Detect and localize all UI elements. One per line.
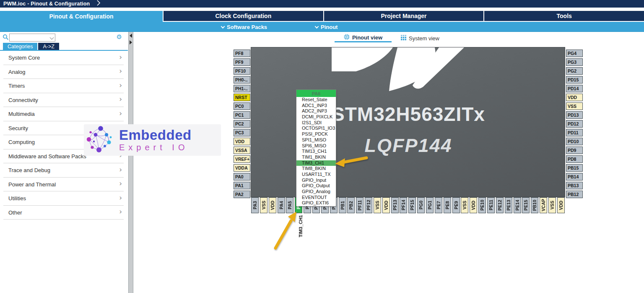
- pin-pb14[interactable]: PB14: [566, 173, 583, 181]
- pin-pg2[interactable]: PG2: [566, 67, 583, 75]
- panel-splitter[interactable]: [128, 32, 133, 293]
- pin-pg1[interactable]: PG1: [426, 197, 434, 213]
- software-packs-menu[interactable]: Software Packs: [221, 22, 267, 32]
- pin-vdd[interactable]: VDD: [470, 197, 477, 213]
- sidebar-item-utilities[interactable]: Utilities›: [0, 191, 128, 206]
- pin-pf9[interactable]: PF9: [234, 58, 250, 66]
- pin-pa0[interactable]: PA0: [234, 173, 250, 181]
- pin-pf15[interactable]: PF15: [408, 197, 416, 213]
- pin-pg0[interactable]: PG0: [417, 197, 425, 213]
- pin-vdd[interactable]: VDD: [269, 197, 276, 213]
- menu-item-tim8_bkin[interactable]: TIM8_BKIN: [296, 166, 336, 172]
- pin-pe12[interactable]: PE12: [496, 197, 504, 213]
- menu-item-pssi_pdck[interactable]: PSSI_PDCK: [296, 131, 336, 137]
- pin-pe11[interactable]: PE11: [487, 197, 495, 213]
- menu-item-tim13_ch1[interactable]: TIM13_CH1: [296, 149, 336, 154]
- sidebar-item-power-and-thermal[interactable]: Power and Thermal›: [0, 178, 128, 192]
- pin-pg4[interactable]: PG4: [566, 50, 583, 57]
- sidebar-item-system-core[interactable]: System Core›: [0, 51, 128, 65]
- collapse-left-icon[interactable]: [130, 34, 132, 38]
- pin-pa4[interactable]: PA4: [278, 197, 285, 213]
- pin-pe10[interactable]: PE10: [478, 197, 486, 213]
- pin-vss[interactable]: VSS: [260, 197, 267, 213]
- menu-item-gpio_output[interactable]: GPIO_Output: [296, 183, 336, 189]
- main-tab-tools[interactable]: Tools: [483, 11, 644, 22]
- menu-item-adc1_inp3[interactable]: ADC1_INP3: [296, 103, 336, 109]
- pin-pf10[interactable]: PF10: [234, 67, 250, 75]
- pin-pf8[interactable]: PF8: [234, 50, 250, 57]
- pin-pb12[interactable]: PB12: [566, 191, 583, 198]
- pin-pb10[interactable]: PB10: [531, 197, 538, 213]
- menu-item-spi1_miso[interactable]: SPI1_MISO: [296, 137, 336, 143]
- pin-nrst[interactable]: NRST: [234, 94, 250, 101]
- pin-pa3[interactable]: PA3: [251, 197, 259, 213]
- pin-pa1[interactable]: PA1: [234, 182, 250, 189]
- search-input[interactable]: [10, 34, 47, 41]
- pinout-menu[interactable]: Pinout: [315, 22, 338, 32]
- menu-item-gpio_input[interactable]: GPIO_Input: [296, 178, 336, 183]
- pin-pa5[interactable]: PA5: [286, 197, 293, 213]
- main-tab-project-manager[interactable]: Project Manager: [323, 11, 484, 22]
- pin-ph0-[interactable]: PH0-..: [234, 76, 250, 84]
- pin-pd14[interactable]: PD14: [566, 85, 583, 92]
- menu-item-dcmi_pixclk[interactable]: DCMI_PIXCLK: [296, 114, 336, 120]
- pin-vdd[interactable]: VDD: [566, 94, 583, 101]
- pin-ph1-[interactable]: PH1-..: [234, 85, 250, 92]
- pin-vdd[interactable]: VDD: [382, 197, 390, 213]
- menu-item-reset_state[interactable]: Reset_State: [296, 97, 336, 103]
- pin-pf11[interactable]: PF11: [356, 197, 364, 213]
- pin-vref+[interactable]: VREF+: [234, 155, 250, 163]
- pin-pd10[interactable]: PD10: [566, 138, 583, 145]
- menu-item-tim1_bkin[interactable]: TIM1_BKIN: [296, 154, 336, 160]
- pin-pf13[interactable]: PF13: [391, 197, 399, 213]
- main-tab-clock-configuration[interactable]: Clock Configuration: [163, 11, 323, 22]
- pin-vss[interactable]: VSS: [548, 197, 556, 213]
- sidebar-item-trace-and-debug[interactable]: Trace and Debug›: [0, 163, 128, 178]
- pin-pb1[interactable]: PB1: [339, 197, 346, 213]
- pin-vcap[interactable]: VCAP: [540, 197, 547, 213]
- pin-pc0[interactable]: PC0: [234, 102, 250, 110]
- pin-pf12[interactable]: PF12: [365, 197, 372, 213]
- gear-icon[interactable]: ⚙: [117, 33, 122, 41]
- pin-pe9[interactable]: PE9: [452, 197, 460, 213]
- menu-item-eventout[interactable]: EVENTOUT: [296, 195, 336, 201]
- main-tab-pinout-configuration[interactable]: Pinout & Configuration: [0, 11, 163, 22]
- pin-pd11[interactable]: PD11: [566, 129, 583, 136]
- menu-item-octospi1_io3[interactable]: OCTOSPI1_IO3: [296, 126, 336, 131]
- pin-pc2[interactable]: PC2: [234, 120, 250, 128]
- menu-item-gpio_exti6[interactable]: GPIO_EXTI6: [296, 200, 336, 206]
- pin-pf14[interactable]: PF14: [400, 197, 407, 213]
- pin-vss[interactable]: VSS: [566, 102, 583, 110]
- pin-vss[interactable]: VSS: [461, 197, 468, 213]
- pin-pa2[interactable]: PA2: [234, 191, 250, 198]
- pin-pe8[interactable]: PE8: [444, 197, 451, 213]
- combo-chevron-icon[interactable]: [50, 36, 54, 40]
- pin-pd15[interactable]: PD15: [566, 76, 583, 84]
- menu-item-spi6_miso[interactable]: SPI6_MISO: [296, 143, 336, 149]
- pin-vdd[interactable]: VDD: [234, 138, 250, 145]
- pin-vss[interactable]: VSS: [374, 197, 381, 213]
- menu-item-adc2_inp3[interactable]: ADC2_INP3: [296, 108, 336, 114]
- pin-pb2[interactable]: PB2: [347, 197, 355, 213]
- menu-item-tim3_ch1[interactable]: TIM3_CH1: [296, 160, 336, 166]
- menu-item-gpio_analog[interactable]: GPIO_Analog: [296, 189, 336, 195]
- pin-pd9[interactable]: PD9: [566, 146, 583, 154]
- sidebar-item-other[interactable]: Other›: [0, 206, 128, 220]
- pin-pe15[interactable]: PE15: [522, 197, 530, 213]
- pin-pg3[interactable]: PG3: [566, 58, 583, 66]
- pin-vdd[interactable]: VDD: [557, 197, 565, 213]
- collapse-right-icon[interactable]: [130, 40, 132, 44]
- pin-pe14[interactable]: PE14: [514, 197, 521, 213]
- pin-pd13[interactable]: PD13: [566, 111, 583, 119]
- pin-pb13[interactable]: PB13: [566, 182, 583, 189]
- pin-pd12[interactable]: PD12: [566, 120, 583, 128]
- pin-pe13[interactable]: PE13: [505, 197, 512, 213]
- menu-item-usart11_tx[interactable]: USART11_TX: [296, 172, 336, 178]
- pin-pe7[interactable]: PE7: [435, 197, 442, 213]
- pin-vdda[interactable]: VDDA: [234, 164, 250, 172]
- pin-vssa[interactable]: VSSA: [234, 146, 250, 154]
- search-combobox[interactable]: [9, 34, 55, 42]
- pin-pb15[interactable]: PB15: [566, 164, 583, 172]
- menu-item-i2s1_sdi[interactable]: I2S1_SDI: [296, 120, 336, 126]
- sidebar-item-analog[interactable]: Analog›: [0, 65, 128, 79]
